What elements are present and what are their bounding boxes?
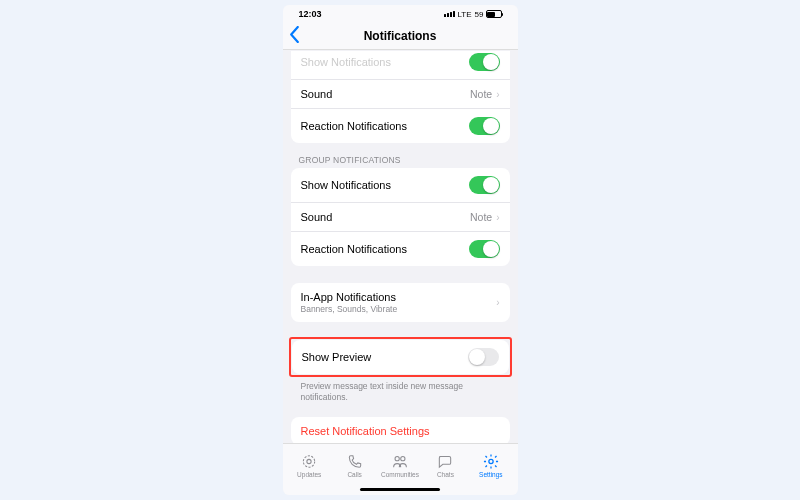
page-title: Notifications (364, 29, 437, 43)
chats-icon (436, 453, 454, 470)
group-show-notifications-row[interactable]: Show Notifications (291, 168, 510, 203)
tab-bar: Updates Calls Communities Chats Settings (283, 443, 518, 485)
chevron-right-icon: › (496, 89, 499, 100)
group-show-toggle[interactable] (469, 176, 500, 194)
home-indicator[interactable] (283, 485, 518, 495)
reset-notification-settings-row[interactable]: Reset Notification Settings (291, 417, 510, 443)
tab-settings[interactable]: Settings (468, 453, 513, 478)
show-preview-footer: Preview message text inside new message … (283, 377, 518, 403)
sound-value: Note › (470, 88, 500, 100)
in-app-notifications-row[interactable]: In-App Notifications Banners, Sounds, Vi… (291, 283, 510, 322)
show-notifications-toggle[interactable] (469, 53, 500, 71)
carrier-label: LTE (458, 10, 472, 19)
updates-icon (300, 453, 318, 470)
tab-label: Calls (347, 471, 361, 478)
settings-icon (482, 453, 500, 470)
cell-label: Sound (301, 211, 333, 223)
signal-icon (444, 11, 455, 17)
chevron-right-icon: › (496, 212, 499, 223)
calls-icon (346, 453, 364, 470)
cell-label: Show Notifications (301, 179, 392, 191)
svg-point-1 (307, 459, 311, 463)
cell-subtitle: Banners, Sounds, Vibrate (301, 304, 398, 314)
group-reaction-row[interactable]: Reaction Notifications (291, 232, 510, 266)
battery-icon (486, 10, 502, 18)
group-notifications-group: Show Notifications Sound Note › Reaction… (291, 168, 510, 266)
reaction-toggle[interactable] (469, 117, 500, 135)
cell-label: Show Preview (302, 351, 372, 363)
group-reaction-toggle[interactable] (469, 240, 500, 258)
group-sound-row[interactable]: Sound Note › (291, 203, 510, 232)
svg-point-2 (395, 457, 399, 461)
svg-point-4 (489, 459, 493, 463)
group-notifications-header: GROUP NOTIFICATIONS (283, 155, 518, 165)
personal-notifications-group: Show Notifications Sound Note › Reaction… (291, 51, 510, 143)
cell-label: Reaction Notifications (301, 120, 407, 132)
status-bar: 12:03 LTE 59 (283, 5, 518, 23)
scroll-content[interactable]: Show Notifications Sound Note › Reaction… (283, 50, 518, 443)
group-sound-value: Note › (470, 211, 500, 223)
tab-calls[interactable]: Calls (332, 453, 377, 478)
communities-icon (391, 453, 409, 470)
show-preview-group: Show Preview (292, 340, 509, 374)
tab-label: Chats (437, 471, 454, 478)
chevron-right-icon: › (496, 297, 499, 308)
tab-updates[interactable]: Updates (287, 453, 332, 478)
highlight-annotation: Show Preview (289, 337, 512, 377)
show-preview-row[interactable]: Show Preview (292, 340, 509, 374)
cell-label: In-App Notifications (301, 291, 398, 303)
reset-group: Reset Notification Settings (291, 417, 510, 443)
back-button[interactable] (289, 26, 300, 46)
svg-point-0 (304, 456, 315, 467)
in-app-group: In-App Notifications Banners, Sounds, Vi… (291, 283, 510, 322)
nav-header: Notifications (283, 23, 518, 50)
tab-chats[interactable]: Chats (423, 453, 468, 478)
cell-label: Sound (301, 88, 333, 100)
show-notifications-row[interactable]: Show Notifications (291, 51, 510, 80)
status-time: 12:03 (299, 9, 322, 19)
status-right: LTE 59 (444, 10, 502, 19)
battery-pct: 59 (475, 10, 484, 19)
tab-label: Communities (381, 471, 419, 478)
tab-label: Settings (479, 471, 503, 478)
tab-label: Updates (297, 471, 321, 478)
sound-row[interactable]: Sound Note › (291, 80, 510, 109)
reaction-notifications-row[interactable]: Reaction Notifications (291, 109, 510, 143)
reset-label: Reset Notification Settings (301, 425, 430, 437)
phone-screen: 12:03 LTE 59 Notifications Show Notifica… (283, 5, 518, 495)
show-preview-toggle[interactable] (468, 348, 499, 366)
cell-label: Show Notifications (301, 56, 392, 68)
svg-point-3 (401, 457, 405, 461)
cell-label: Reaction Notifications (301, 243, 407, 255)
tab-communities[interactable]: Communities (377, 453, 422, 478)
